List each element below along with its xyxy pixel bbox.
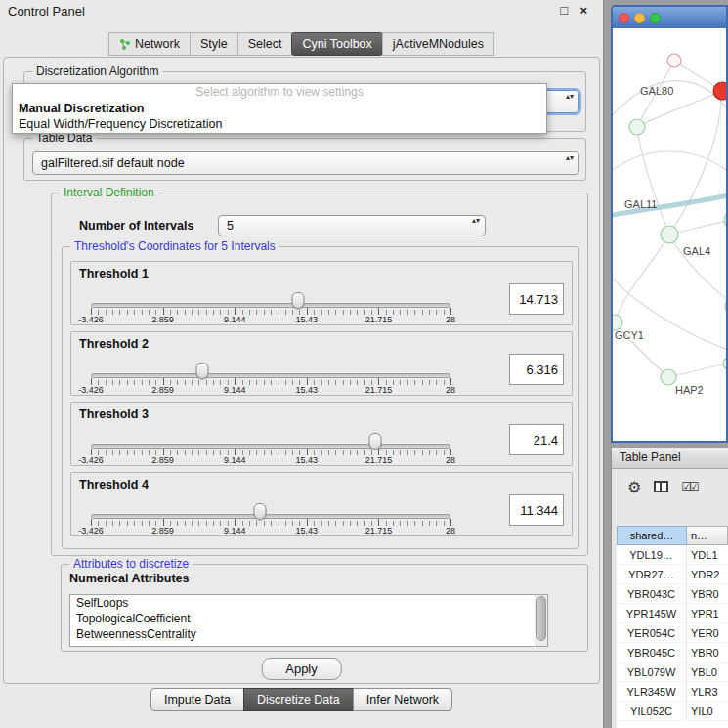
threshold-slider-thumb[interactable] xyxy=(292,292,305,309)
threshold-value-field[interactable] xyxy=(509,424,564,455)
node[interactable] xyxy=(724,211,726,229)
top-tab-strip: Network Style Select Cyni Toolbox jActiv… xyxy=(0,32,604,56)
cell: YBL079W xyxy=(617,663,687,681)
list-item[interactable]: TopologicalCoefficient xyxy=(70,611,547,626)
table-data-combo[interactable]: galFiltered.sif default node ▴▾ xyxy=(32,151,579,175)
column-header-shared-name[interactable]: shared… xyxy=(617,526,687,545)
table-row[interactable]: YDR27…YDR2 xyxy=(617,565,728,584)
bottom-tab-strip: Impute Data Discretize Data Infer Networ… xyxy=(0,688,604,711)
scale-label: -3.426 xyxy=(78,455,104,465)
table-panel-titlebar: Table Panel xyxy=(612,448,728,469)
table-row[interactable]: YDL19…YDL1 xyxy=(617,545,728,565)
table-row[interactable]: YPR145WYPR1 xyxy=(617,604,728,623)
node[interactable] xyxy=(667,54,681,67)
scale-label: 15.43 xyxy=(296,455,319,465)
cell: YLR345W xyxy=(617,682,687,701)
scale-label: 9.144 xyxy=(224,455,246,465)
scale-label: 28 xyxy=(446,455,455,465)
float-window-icon[interactable]: □ xyxy=(560,3,568,18)
cyni-toolbox-panel: Discretization Algorithm ▴▾ Table Data g… xyxy=(3,57,600,684)
list-item[interactable]: BetweennessCentrality xyxy=(70,626,547,642)
zoom-traffic-light-icon[interactable] xyxy=(650,13,661,23)
threshold-label: Threshold 1 xyxy=(79,267,149,280)
table-data-value: galFiltered.sif default node xyxy=(41,156,185,170)
tab-infer-network[interactable]: Infer Network xyxy=(353,688,452,711)
threshold-value-field[interactable] xyxy=(509,283,564,315)
tab-jactivemnodules[interactable]: jActiveMNodules xyxy=(382,32,494,56)
selected-node[interactable] xyxy=(713,82,726,100)
node[interactable] xyxy=(725,298,726,314)
columns-icon[interactable] xyxy=(654,481,668,492)
scale-label: 2.859 xyxy=(151,385,174,395)
popup-option-manual-discretization[interactable]: Manual Discretization xyxy=(13,101,546,116)
tab-label: jActiveMNodules xyxy=(393,37,484,51)
cell: YIL052C xyxy=(617,702,687,720)
tab-discretize-data[interactable]: Discretize Data xyxy=(243,688,354,711)
slider-scale: -3.426 2.859 9.144 15.43 21.715 28 xyxy=(91,385,450,396)
slider-scale: -3.426 2.859 9.144 15.43 21.715 28 xyxy=(91,526,450,536)
table-panel-toolbar: ⚙ ☑☑ xyxy=(612,469,728,504)
node[interactable] xyxy=(723,358,726,369)
node-label: HAP2 xyxy=(675,384,704,396)
threshold-panel-4: Threshold 4 -3.426 2.859 9.144 15.43 21.… xyxy=(70,472,573,536)
table-row[interactable]: YBR043CYBR0 xyxy=(617,584,728,604)
threshold-slider-thumb[interactable] xyxy=(196,363,209,379)
scale-label: -3.426 xyxy=(78,385,104,395)
table-row[interactable]: YBR045CYBR0 xyxy=(617,643,728,663)
cell: YBR045C xyxy=(617,643,687,662)
tab-label: Style xyxy=(200,37,228,51)
threshold-value-field[interactable] xyxy=(509,494,564,526)
cell: YBL0 xyxy=(687,663,728,681)
close-window-icon[interactable]: × xyxy=(579,3,587,18)
tab-label: Discretize Data xyxy=(257,693,340,707)
tab-style[interactable]: Style xyxy=(190,32,238,56)
node-label: GAL80 xyxy=(640,85,673,97)
table-row[interactable]: YIL052CYIL0 xyxy=(617,702,728,721)
list-item[interactable]: SelfLoops xyxy=(70,595,547,611)
attributes-list: SelfLoops TopologicalCoefficient Between… xyxy=(69,594,548,647)
scale-label: 28 xyxy=(446,385,455,395)
node-label: GCY1 xyxy=(615,329,644,341)
scale-label: 28 xyxy=(446,315,455,324)
tab-cyni-toolbox[interactable]: Cyni Toolbox xyxy=(291,32,382,56)
threshold-value-field[interactable] xyxy=(509,354,564,385)
scrollbar-thumb[interactable] xyxy=(536,596,546,641)
table-row[interactable]: YER054CYER0 xyxy=(617,623,728,643)
algorithm-group-label: Discretization Algorithm xyxy=(32,64,162,78)
table-row[interactable]: YLR345WYLR3 xyxy=(617,682,728,702)
threshold-slider-thumb[interactable] xyxy=(368,433,381,450)
tab-network[interactable]: Network xyxy=(108,32,191,56)
slider-major-ticks xyxy=(91,449,451,455)
num-intervals-label: Number of Intervals xyxy=(79,219,193,233)
scale-label: 2.859 xyxy=(151,526,174,535)
node[interactable] xyxy=(613,315,622,330)
gear-icon[interactable]: ⚙ xyxy=(627,478,641,496)
tab-impute-data[interactable]: Impute Data xyxy=(150,688,244,711)
node[interactable] xyxy=(629,119,645,135)
tab-select[interactable]: Select xyxy=(237,32,293,56)
close-traffic-light-icon[interactable] xyxy=(619,13,629,23)
select-columns-icon[interactable]: ☑☑ xyxy=(681,480,697,493)
popup-option-equal-width[interactable]: Equal Width/Frequency Discretization xyxy=(13,116,546,132)
apply-button[interactable]: Apply xyxy=(261,658,342,680)
threshold-slider-thumb[interactable] xyxy=(253,503,266,520)
column-header-name[interactable]: n… xyxy=(687,526,728,545)
node[interactable] xyxy=(661,369,676,385)
node[interactable] xyxy=(661,226,678,243)
threshold-label: Threshold 2 xyxy=(79,337,149,351)
scale-label: 2.859 xyxy=(151,315,174,324)
interval-definition-label: Interval Definition xyxy=(60,186,158,199)
cell: YLR3 xyxy=(687,682,728,701)
attributes-group-label: Attributes to discretize xyxy=(69,557,193,571)
tab-label: Infer Network xyxy=(366,693,439,707)
network-window-titlebar[interactable] xyxy=(613,7,726,28)
slider-major-ticks xyxy=(91,308,451,315)
network-canvas[interactable]: GAL80 GAL11 GAL4 GCY1 HAP2 xyxy=(613,28,726,441)
table-row[interactable]: YBL079WYBL0 xyxy=(617,663,728,682)
minimize-traffic-light-icon[interactable] xyxy=(634,13,645,23)
cell: YDR27… xyxy=(617,565,687,583)
list-scrollbar[interactable] xyxy=(535,595,547,646)
control-panel-window: Control Panel □ × Network Style Select C… xyxy=(0,0,604,728)
num-intervals-combo[interactable]: 5 ▴▾ xyxy=(218,215,486,236)
scale-label: 21.715 xyxy=(365,455,393,465)
